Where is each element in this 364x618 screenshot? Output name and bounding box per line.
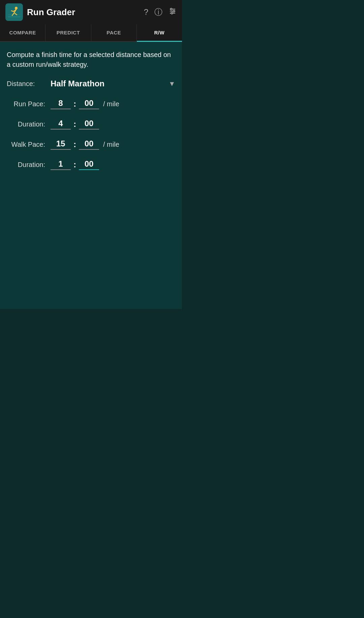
distance-label: Distance: — [7, 80, 51, 88]
app-logo — [5, 3, 23, 21]
app-title: Run Grader — [27, 7, 144, 18]
run-duration-label: Duration: — [7, 120, 51, 128]
run-duration-colon: : — [73, 119, 76, 129]
run-pace-minutes[interactable] — [51, 99, 71, 109]
header-icons: ? ⓘ — [144, 7, 177, 18]
run-pace-row: Run Pace: : / mile — [7, 99, 175, 109]
distance-row: Distance: Half Marathon ▼ — [7, 79, 175, 88]
run-duration-seconds[interactable] — [79, 119, 99, 130]
tab-rw[interactable]: R/W — [137, 24, 182, 42]
run-duration-minutes[interactable] — [51, 119, 71, 130]
svg-point-12 — [171, 8, 172, 10]
description-text: Compute a finish time for a selected dis… — [7, 50, 175, 69]
tab-pace[interactable]: PACE — [91, 24, 137, 41]
main-content: Compute a finish time for a selected dis… — [0, 42, 182, 307]
run-pace-unit: / mile — [103, 100, 119, 108]
tab-compare[interactable]: COMPARE — [0, 24, 46, 41]
bottom-buttons: Compute Reset — [0, 307, 182, 309]
run-pace-input-group: : — [51, 99, 99, 109]
run-pace-seconds[interactable] — [79, 99, 99, 109]
walk-duration-label: Duration: — [7, 161, 51, 169]
walk-pace-label: Walk Pace: — [7, 141, 51, 148]
walk-pace-row: Walk Pace: : / mile — [7, 139, 175, 150]
walk-pace-unit: / mile — [103, 141, 119, 148]
run-duration-input-group: : — [51, 119, 99, 130]
run-pace-colon: : — [73, 99, 76, 109]
svg-point-14 — [171, 12, 173, 14]
help-icon[interactable]: ? — [144, 7, 148, 17]
settings-icon[interactable] — [169, 7, 177, 17]
walk-pace-input-group: : — [51, 139, 99, 150]
tab-predict[interactable]: PREDICT — [46, 24, 91, 41]
svg-point-13 — [173, 10, 175, 12]
walk-duration-row: Duration: : — [7, 159, 175, 170]
walk-pace-colon: : — [73, 140, 76, 149]
walk-duration-seconds[interactable] — [79, 159, 99, 170]
distance-dropdown-arrow[interactable]: ▼ — [169, 80, 175, 88]
walk-duration-input-group: : — [51, 159, 99, 170]
run-duration-row: Duration: : — [7, 119, 175, 130]
walk-duration-minutes[interactable] — [51, 159, 71, 170]
app-header: Run Grader ? ⓘ — [0, 0, 182, 24]
distance-value[interactable]: Half Marathon — [51, 79, 169, 88]
walk-duration-colon: : — [73, 160, 76, 169]
tab-bar: COMPARE PREDICT PACE R/W — [0, 24, 182, 42]
info-icon[interactable]: ⓘ — [154, 7, 162, 18]
walk-pace-seconds[interactable] — [79, 139, 99, 150]
run-pace-label: Run Pace: — [7, 100, 51, 108]
walk-pace-minutes[interactable] — [51, 139, 71, 150]
